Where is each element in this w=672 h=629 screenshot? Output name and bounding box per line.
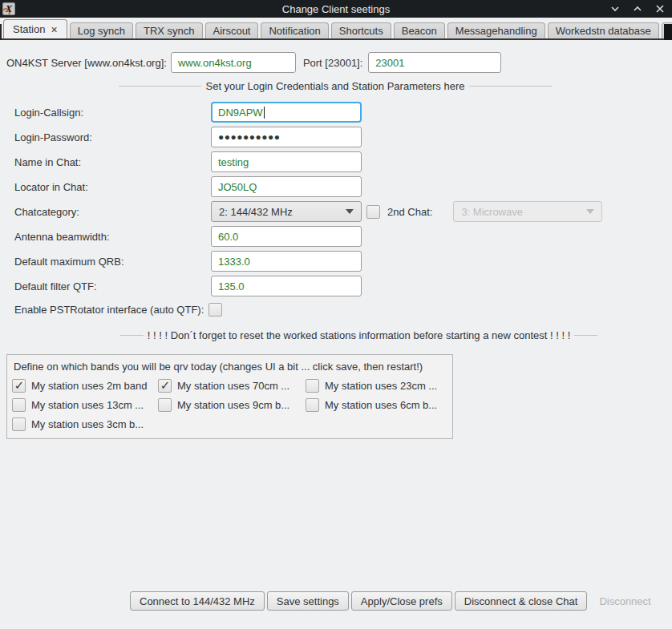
tab-notification[interactable]: Notification <box>261 22 328 38</box>
section-heading: Set your Login Credentials and Station P… <box>201 80 468 92</box>
tabbar-left-edge <box>0 24 2 40</box>
credentials-section-separator: Set your Login Credentials and Station P… <box>119 80 552 92</box>
band-9cm-checkbox[interactable] <box>158 398 172 412</box>
band-2m-label: My station uses 2m band <box>31 380 148 392</box>
minimize-icon[interactable] <box>609 3 621 14</box>
band-6cm-checkbox[interactable] <box>306 398 319 412</box>
chevron-down-icon <box>346 209 354 214</box>
beamwidth-row: Antenna beamwidth: 60.0 <box>0 226 672 247</box>
band-3cm-checkbox[interactable] <box>12 417 26 431</box>
window-title: Change Client seetings <box>0 3 672 15</box>
locator-row: Locator in Chat: JO50LQ <box>0 176 672 197</box>
bands-title: Define on which bands you will be qrv to… <box>14 361 446 373</box>
connect-button[interactable]: Connect to 144/432 MHz <box>130 591 265 611</box>
tab-beacon[interactable]: Beacon <box>394 22 445 38</box>
pstrotator-checkbox[interactable] <box>208 303 222 317</box>
tab-label: Beacon <box>402 25 437 37</box>
close-icon[interactable] <box>654 3 666 14</box>
band-6cm-item: My station uses 6cm b... <box>306 398 446 412</box>
port-input[interactable]: 23001 <box>368 52 501 73</box>
filter-qtf-input[interactable]: 135.0 <box>211 276 362 296</box>
titlebar: X Change Client seetings <box>0 0 672 18</box>
band-23cm-label: My station uses 23cm ... <box>325 380 437 392</box>
chat-name-label: Name in Chat: <box>14 156 211 168</box>
tab-label: Shortcuts <box>339 25 383 37</box>
tab-label: Notification <box>269 25 320 37</box>
callsign-row: Login-Callsign: DN9APW <box>0 102 672 123</box>
chatcategory-value: 2: 144/432 MHz <box>219 206 341 218</box>
max-qrb-row: Default maximum QRB: 1333.0 <box>0 251 672 272</box>
tab-label: TRX synch <box>144 25 195 37</box>
station-tab-panel: ON4KST Server [www.on4kst.org]: www.on4k… <box>0 40 672 439</box>
band-70cm-checkbox[interactable] <box>158 379 172 393</box>
band-3cm-item: My station uses 3cm b... <box>12 417 158 431</box>
port-value: 23001 <box>375 57 404 69</box>
second-chat-value: 3: Microwave <box>461 206 581 218</box>
second-chat-checkbox[interactable] <box>366 205 380 219</box>
filter-qtf-row: Default filter QTF: 135.0 <box>0 276 672 296</box>
disconnect-button: Disconnect <box>589 591 660 611</box>
apply-close-prefs-button[interactable]: Apply/Close prefs <box>351 591 452 611</box>
chatcategory-label: Chatcategory: <box>14 206 211 218</box>
filter-qtf-label: Default filter QTF: <box>14 280 211 292</box>
max-qrb-value: 1333.0 <box>218 256 250 268</box>
bands-groupbox: Define on which bands you will be qrv to… <box>6 354 453 439</box>
tab-shortcuts[interactable]: Shortcuts <box>331 22 391 38</box>
band-23cm-item: My station uses 23cm ... <box>306 379 446 393</box>
band-23cm-checkbox[interactable] <box>306 379 319 393</box>
maximize-icon[interactable] <box>632 3 643 14</box>
tab-workedstn-database[interactable]: Workedstn database <box>548 22 659 38</box>
server-label: ON4KST Server [www.on4kst.org]: <box>6 57 167 69</box>
window-controls <box>609 3 666 14</box>
beamwidth-input[interactable]: 60.0 <box>211 226 362 247</box>
tab-messagehandling[interactable]: Messagehandling <box>447 22 545 38</box>
max-qrb-input[interactable]: 1333.0 <box>211 251 362 272</box>
server-row: ON4KST Server [www.on4kst.org]: www.on4k… <box>0 52 672 73</box>
tab-label: Log synch <box>78 25 125 37</box>
server-input[interactable]: www.on4kst.org <box>171 52 296 73</box>
password-label: Login-Password: <box>14 131 211 143</box>
text-caret <box>264 107 265 119</box>
tabbar-right-edge <box>664 24 672 40</box>
band-13cm-item: My station uses 13cm ... <box>12 398 158 412</box>
tab-trx-synch[interactable]: TRX synch <box>136 22 203 38</box>
second-chat-select: 3: Microwave <box>453 201 602 222</box>
footer-button-row: Connect to 144/432 MHz Save settings App… <box>130 591 661 611</box>
chat-name-input[interactable]: testing <box>211 151 362 172</box>
pstrotator-label: Enable PSTRotator interface (auto QTF): <box>14 304 204 316</box>
band-70cm-label: My station uses 70cm ... <box>177 380 289 392</box>
tab-label: Workedstn database <box>556 25 651 37</box>
band-6cm-label: My station uses 6cm b... <box>325 399 437 411</box>
password-row: Login-Password: ●●●●●●●●●● <box>0 127 672 147</box>
chat-name-row: Name in Chat: testing <box>0 151 672 172</box>
second-chat-label: 2nd Chat: <box>387 206 432 218</box>
tab-airscout[interactable]: Airscout <box>205 22 259 38</box>
chevron-down-icon <box>586 209 594 214</box>
filter-qtf-value: 135.0 <box>218 280 245 292</box>
max-qrb-label: Default maximum QRB: <box>14 256 211 268</box>
callsign-value: DN9APW <box>218 107 263 119</box>
contest-note-separator: ! ! ! ! Don´t forget to reset the worked… <box>120 329 597 341</box>
bands-grid: My station uses 2m band My station uses … <box>12 379 446 431</box>
beamwidth-value: 60.0 <box>218 231 238 243</box>
x11-x-glyph: X <box>6 4 12 14</box>
band-2m-checkbox[interactable] <box>12 379 26 393</box>
tab-close-icon[interactable]: × <box>51 24 57 35</box>
tab-station[interactable]: Station × <box>3 19 67 38</box>
password-input[interactable]: ●●●●●●●●●● <box>211 127 362 147</box>
tab-log-synch[interactable]: Log synch <box>70 22 133 38</box>
app-x11-icon: X <box>2 2 15 15</box>
chatcategory-select[interactable]: 2: 144/432 MHz <box>211 201 362 222</box>
disconnect-close-chat-button[interactable]: Disconnect & close Chat <box>455 591 588 611</box>
band-13cm-checkbox[interactable] <box>12 398 26 412</box>
save-settings-button[interactable]: Save settings <box>267 591 349 611</box>
tab-label: Messagehandling <box>455 25 537 37</box>
locator-input[interactable]: JO50LQ <box>211 176 362 197</box>
tab-label: Airscout <box>213 25 251 37</box>
band-13cm-label: My station uses 13cm ... <box>31 399 144 411</box>
locator-label: Locator in Chat: <box>14 181 211 193</box>
callsign-input[interactable]: DN9APW <box>211 102 362 123</box>
band-70cm-item: My station uses 70cm ... <box>158 379 306 393</box>
locator-value: JO50LQ <box>218 181 257 193</box>
beamwidth-label: Antenna beamwidth: <box>14 231 211 243</box>
